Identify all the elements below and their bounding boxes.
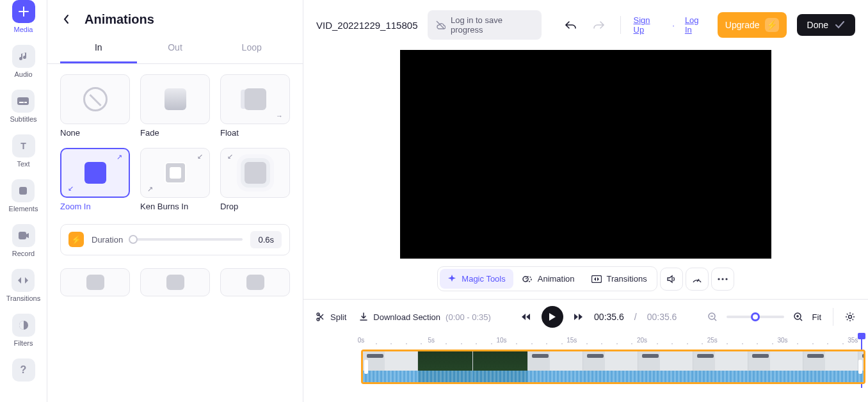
current-time: 00:35.6 bbox=[594, 312, 624, 322]
toolrow: Magic Tools Animation Transitions bbox=[303, 266, 868, 299]
transitions-icon bbox=[591, 275, 602, 283]
elements-icon bbox=[12, 179, 35, 202]
animation-tabs: In Out Loop bbox=[47, 33, 303, 64]
duration-label: Duration bbox=[92, 235, 123, 245]
transitions-button[interactable]: Transitions bbox=[584, 269, 655, 289]
signup-link[interactable]: Sign Up bbox=[634, 15, 663, 35]
upgrade-button[interactable]: Upgrade ⚡ bbox=[718, 12, 787, 38]
text-icon: T bbox=[12, 134, 35, 157]
duration-control: ⚡ Duration 0.6s bbox=[60, 224, 290, 255]
rail-audio[interactable]: Audio bbox=[12, 45, 35, 78]
svg-rect-8 bbox=[591, 275, 601, 282]
svg-point-9 bbox=[718, 278, 719, 280]
anim-extra-2[interactable] bbox=[140, 268, 210, 296]
zoom-out-button[interactable] bbox=[707, 312, 718, 322]
svg-rect-3 bbox=[19, 187, 27, 195]
timeline-controls: Split Download Section (0:00 - 0:35) 00:… bbox=[303, 299, 868, 334]
settings-button[interactable] bbox=[845, 312, 855, 322]
rail-label: Media bbox=[14, 26, 33, 33]
cloud-off-icon bbox=[435, 20, 445, 30]
login-link[interactable]: Log In bbox=[685, 15, 707, 35]
rail-text[interactable]: T Text bbox=[12, 134, 35, 168]
topbar: VID_20221229_115805 Log in to save progr… bbox=[303, 0, 868, 50]
speed-button[interactable] bbox=[686, 268, 709, 291]
audio-icon bbox=[12, 45, 35, 68]
sparkle-icon bbox=[447, 275, 456, 284]
total-time: 00:35.6 bbox=[647, 312, 677, 322]
timeline-track[interactable] bbox=[358, 348, 865, 385]
zoom-in-button[interactable] bbox=[793, 312, 803, 322]
animations-panel: Animations In Out Loop None Fade → Float bbox=[47, 0, 303, 402]
skip-back-button[interactable] bbox=[521, 313, 531, 321]
tab-out[interactable]: Out bbox=[137, 33, 214, 63]
anim-drop[interactable]: ↙ Drop bbox=[220, 148, 290, 211]
split-button[interactable]: Split bbox=[316, 312, 346, 322]
login-prompt[interactable]: Log in to save progress bbox=[428, 10, 542, 40]
animation-icon bbox=[522, 275, 533, 284]
more-button[interactable] bbox=[711, 268, 734, 291]
preview-area bbox=[303, 50, 868, 266]
rail-filters[interactable]: Filters bbox=[12, 314, 35, 347]
anim-zoom-in[interactable]: ↗ ↙ Zoom In bbox=[60, 148, 130, 211]
tab-in[interactable]: In bbox=[60, 33, 137, 63]
timeline-ruler[interactable]: 0s 5s 10s 15s 20s 25s 30s 35s bbox=[361, 334, 863, 348]
svg-rect-0 bbox=[17, 97, 29, 105]
anim-none[interactable]: None bbox=[60, 74, 130, 138]
done-button[interactable]: Done bbox=[797, 14, 855, 36]
svg-rect-1 bbox=[19, 102, 24, 103]
magic-tools-button[interactable]: Magic Tools bbox=[440, 269, 513, 289]
duration-slider[interactable] bbox=[131, 238, 243, 241]
tab-loop[interactable]: Loop bbox=[213, 33, 290, 63]
check-icon bbox=[835, 21, 845, 29]
none-icon bbox=[83, 87, 108, 111]
rail-transitions[interactable]: Transitions bbox=[6, 269, 40, 302]
help-icon: ? bbox=[12, 358, 35, 382]
anim-ken-burns-in[interactable]: ↙ ↗ Ken Burns In bbox=[140, 148, 210, 211]
anim-fade[interactable]: Fade bbox=[140, 74, 210, 138]
media-icon bbox=[12, 0, 35, 23]
rail-subtitles[interactable]: Subtitles bbox=[10, 90, 36, 123]
video-canvas[interactable] bbox=[400, 50, 771, 259]
clip-handle-right[interactable] bbox=[858, 360, 862, 374]
bolt-icon: ⚡ bbox=[765, 18, 779, 32]
redo-button[interactable] bbox=[590, 16, 607, 34]
bolt-icon: ⚡ bbox=[68, 232, 84, 247]
anim-extra-1[interactable] bbox=[60, 268, 130, 296]
svg-point-11 bbox=[725, 278, 727, 280]
svg-point-10 bbox=[721, 278, 723, 280]
scissors-icon bbox=[316, 312, 325, 321]
rail-media[interactable]: Media bbox=[12, 0, 35, 33]
duration-value[interactable]: 0.6s bbox=[250, 231, 282, 248]
svg-rect-4 bbox=[19, 232, 26, 239]
zoom-slider[interactable] bbox=[727, 316, 784, 318]
panel-title: Animations bbox=[84, 12, 154, 27]
download-icon bbox=[359, 312, 368, 321]
waveform bbox=[363, 371, 864, 382]
volume-button[interactable] bbox=[660, 268, 683, 291]
rail-help[interactable]: ? bbox=[12, 358, 35, 382]
filters-icon bbox=[12, 314, 35, 337]
gear-icon bbox=[845, 312, 855, 322]
subtitles-icon bbox=[12, 90, 35, 113]
svg-point-16 bbox=[849, 316, 852, 319]
rail-record[interactable]: Record bbox=[12, 224, 35, 257]
transitions-icon bbox=[12, 269, 35, 292]
project-name[interactable]: VID_20221229_115805 bbox=[316, 20, 417, 31]
video-clip[interactable] bbox=[361, 350, 865, 384]
anim-float[interactable]: → Float bbox=[220, 74, 290, 138]
left-rail: Media Audio Subtitles T Text Elements Re… bbox=[0, 0, 47, 402]
svg-rect-2 bbox=[24, 102, 27, 103]
undo-button[interactable] bbox=[562, 16, 579, 34]
rail-elements[interactable]: Elements bbox=[9, 179, 38, 213]
clip-handle-left[interactable] bbox=[364, 360, 368, 374]
animation-button[interactable]: Animation bbox=[515, 269, 583, 289]
anim-extra-3[interactable] bbox=[220, 268, 290, 296]
download-section-button[interactable]: Download Section (0:00 - 0:35) bbox=[359, 312, 491, 322]
play-button[interactable] bbox=[542, 306, 563, 328]
skip-forward-button[interactable] bbox=[574, 313, 584, 321]
back-button[interactable] bbox=[59, 12, 74, 27]
fit-button[interactable]: Fit bbox=[812, 312, 821, 322]
record-icon bbox=[12, 224, 35, 247]
